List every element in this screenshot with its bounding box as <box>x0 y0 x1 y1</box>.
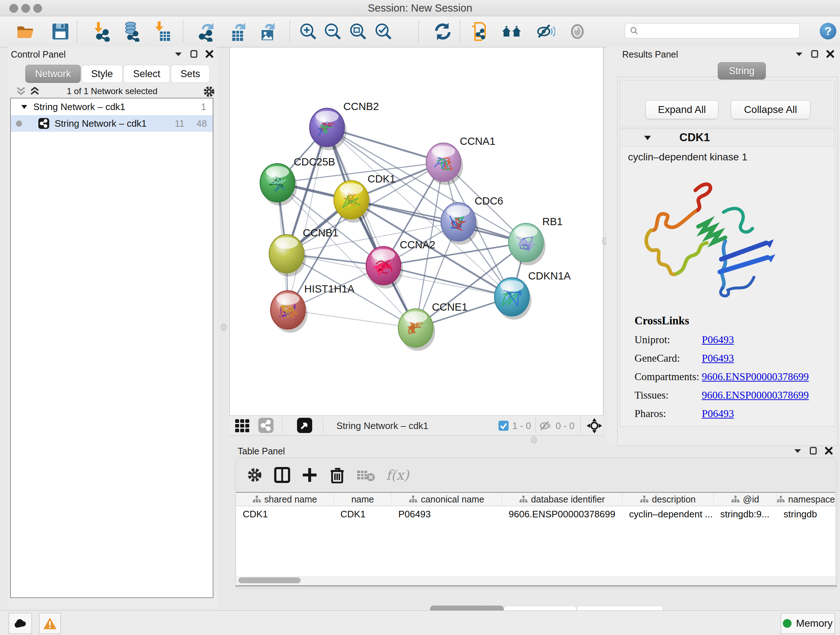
import-network-icon[interactable] <box>91 21 111 42</box>
edge-CCNB2-CCNE1[interactable] <box>327 127 416 328</box>
export-network-icon[interactable] <box>197 21 217 42</box>
collapse-all-button[interactable]: Collapse All <box>731 100 810 119</box>
column-header-database-identifier[interactable]: database identifier <box>502 493 622 506</box>
close-panel-icon[interactable] <box>205 50 213 58</box>
maximize-window-icon[interactable] <box>33 4 42 13</box>
table-options-gear-icon[interactable] <box>246 467 263 483</box>
network-row[interactable]: String Network – cdk1 11 48 <box>11 115 213 132</box>
panel-menu-icon[interactable] <box>174 51 182 57</box>
home-icon[interactable] <box>501 21 522 42</box>
network-canvas[interactable]: CCNB2CCNA1CDC25BCDK1CDC6RB1CCNB1CCNA2CDK… <box>229 47 603 416</box>
search-input[interactable] <box>639 25 785 36</box>
zoom-fit-icon[interactable] <box>348 21 368 42</box>
crosslink-link[interactable]: 9606.ENSP00000378699 <box>702 371 809 383</box>
clone-network-icon[interactable] <box>469 21 489 42</box>
export-image-icon[interactable] <box>258 21 278 42</box>
memory-button[interactable]: Memory <box>781 613 835 634</box>
show-columns-icon[interactable] <box>274 467 291 483</box>
crosslink-link[interactable]: P06493 <box>702 334 734 346</box>
node-CCNA1[interactable]: CCNA1 <box>426 135 495 185</box>
zoom-in-icon[interactable] <box>298 21 318 42</box>
node-CDKN1A[interactable]: CDKN1A <box>494 270 571 320</box>
cell-description[interactable]: cyclin–dependent ... <box>622 506 714 522</box>
node-CCNE1[interactable]: CCNE1 <box>398 301 467 351</box>
search-box[interactable] <box>625 23 800 38</box>
collapse-all-icon[interactable] <box>16 87 26 96</box>
refresh-icon[interactable] <box>433 21 453 42</box>
birds-eye-view-icon[interactable] <box>297 418 312 433</box>
node-CCNA2[interactable]: CCNA2 <box>366 239 435 288</box>
warnings-button[interactable] <box>39 613 61 634</box>
close-window-icon[interactable] <box>9 4 18 13</box>
crosslink-link[interactable]: P06493 <box>702 352 734 364</box>
float-panel-icon[interactable] <box>810 447 817 455</box>
selected-nodes-checkbox-icon[interactable] <box>499 421 508 431</box>
collection-label: String Network – cdk1 <box>33 101 125 112</box>
crosslink-link[interactable]: 9606.ENSP00000378699 <box>702 389 809 401</box>
bottom-splitter-grip[interactable] <box>531 436 537 443</box>
zoom-selected-icon[interactable] <box>373 21 393 42</box>
shared-column-icon <box>409 496 417 503</box>
help-button[interactable]: ? <box>820 23 836 40</box>
collection-expander-icon[interactable] <box>21 104 27 109</box>
hide-graphics-details-icon[interactable] <box>535 21 555 42</box>
tab-style[interactable]: Style <box>81 65 123 83</box>
close-panel-icon[interactable] <box>825 447 833 455</box>
import-table-icon[interactable] <box>152 21 172 42</box>
save-session-icon[interactable] <box>50 21 71 42</box>
section-expander-icon[interactable] <box>644 135 651 141</box>
open-session-icon[interactable] <box>16 21 36 42</box>
node-RB1[interactable]: RB1 <box>508 216 562 265</box>
cell-canonical-name[interactable]: P06493 <box>392 506 502 522</box>
table-row[interactable]: CDK1CDK1P064939606.ENSP00000378699cyclin… <box>236 506 835 522</box>
column-header-namespace[interactable]: namespace <box>777 493 835 506</box>
cell-namespace[interactable]: stringdb <box>777 506 835 522</box>
crosslink-link[interactable]: P06493 <box>702 408 734 420</box>
close-panel-icon[interactable] <box>826 50 834 58</box>
network-overview-icon[interactable] <box>258 418 273 433</box>
add-column-icon[interactable] <box>302 467 318 483</box>
memory-status-dot <box>783 619 791 628</box>
panel-menu-icon[interactable] <box>795 51 803 57</box>
export-table-icon[interactable] <box>229 21 249 42</box>
cell-shared-name[interactable]: CDK1 <box>236 506 334 522</box>
cloud-button[interactable] <box>9 613 32 634</box>
fit-content-crosshair-icon[interactable] <box>587 418 602 433</box>
zoom-out-icon[interactable] <box>323 21 343 42</box>
delete-column-icon[interactable] <box>329 467 346 483</box>
node-CDC6[interactable]: CDC6 <box>441 195 503 245</box>
cell-name[interactable]: CDK1 <box>334 506 392 522</box>
cell-database-identifier[interactable]: 9606.ENSP00000378699 <box>502 506 622 522</box>
float-panel-icon[interactable] <box>811 50 818 58</box>
column-header-shared-name[interactable]: shared name <box>236 493 334 506</box>
expand-all-button[interactable]: Expand All <box>645 100 718 119</box>
tab-sets[interactable]: Sets <box>171 65 210 83</box>
cell-@id[interactable]: stringdb:9... <box>714 506 777 522</box>
tab-network[interactable]: Network <box>25 65 81 83</box>
tab-select[interactable]: Select <box>123 65 170 83</box>
float-panel-icon[interactable] <box>190 50 197 58</box>
column-header-name[interactable]: name <box>334 493 392 506</box>
node-HIST1H1A[interactable]: HIST1H1A <box>271 283 355 333</box>
minimize-window-icon[interactable] <box>21 4 30 13</box>
table-horizontal-scrollbar[interactable] <box>236 576 835 585</box>
scrollbar-thumb[interactable] <box>238 578 301 583</box>
expand-all-icon[interactable] <box>30 87 40 96</box>
column-header-@id[interactable]: @id <box>714 493 777 506</box>
column-header-description[interactable]: description <box>622 493 714 506</box>
import-network-from-database-icon[interactable] <box>121 21 141 42</box>
panel-menu-icon[interactable] <box>794 448 802 454</box>
network-collection-row[interactable]: String Network – cdk1 1 <box>11 98 213 115</box>
protein-section-header[interactable]: CDK1 <box>620 129 835 147</box>
column-header-canonical-name[interactable]: canonical name <box>392 493 502 506</box>
network-options-gear-icon[interactable] <box>202 85 216 98</box>
node-CCNB1[interactable]: CCNB1 <box>269 227 338 277</box>
crosslink-label: Uniprot: <box>635 334 702 346</box>
node-table[interactable]: shared namenamecanonical namedatabase id… <box>236 492 835 576</box>
edge-CCNB2-HIST1H1A[interactable] <box>288 127 327 310</box>
node-CDK1[interactable]: CDK1 <box>334 173 395 223</box>
results-panel-title: Results Panel <box>622 49 678 60</box>
tab-string[interactable]: String <box>718 62 766 80</box>
grid-view-icon[interactable] <box>235 418 250 433</box>
left-splitter-grip[interactable] <box>221 324 226 331</box>
